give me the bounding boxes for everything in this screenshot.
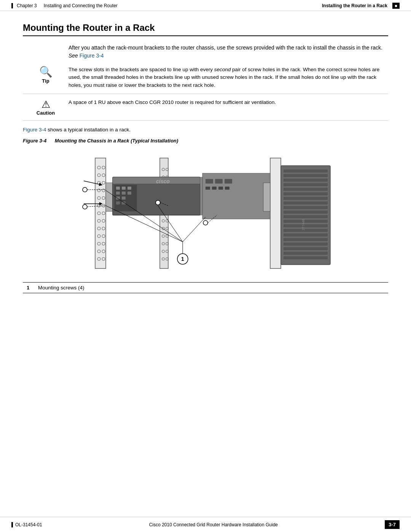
intro-text: After you attach the rack-mount brackets…: [68, 44, 388, 60]
svg-rect-67: [200, 177, 202, 215]
legend-row-1: 1 Mounting screws (4): [23, 282, 388, 293]
svg-rect-91: [206, 179, 213, 184]
svg-rect-86: [284, 243, 328, 246]
chapter-title: Installing and Connecting the Router: [44, 3, 118, 8]
caution-icon-col: ⚠ Caution: [23, 99, 68, 116]
tip-label: Tip: [42, 78, 49, 84]
tip-icon-col: 🔍 Tip: [23, 66, 68, 84]
svg-text:cisco: cisco: [156, 178, 170, 184]
svg-rect-65: [122, 201, 126, 204]
caution-label: Caution: [37, 110, 55, 116]
svg-rect-61: [127, 192, 131, 195]
svg-point-101: [83, 204, 87, 209]
legend-number-1: 1: [23, 282, 34, 293]
svg-rect-62: [116, 197, 120, 200]
svg-rect-83: [284, 229, 328, 232]
svg-point-105: [203, 220, 208, 225]
figure-number: Figure 3-4: [23, 138, 46, 144]
header-right: Installing the Router in a Rack ■: [322, 3, 400, 8]
figure-link-intro[interactable]: Figure 3-4: [80, 53, 104, 59]
main-content: Mounting the Router in a Rack After you …: [0, 11, 411, 316]
svg-rect-85: [284, 238, 328, 241]
figure-ref-text: Figure 3-4 shows a typical installation …: [23, 127, 388, 133]
svg-rect-95: [212, 187, 217, 190]
figure-link-ref[interactable]: Figure 3-4: [23, 127, 46, 133]
caution-icon: ⚠: [41, 99, 50, 109]
footer-page-number: 3-7: [385, 520, 400, 529]
svg-rect-56: [116, 187, 120, 190]
svg-rect-73: [284, 183, 328, 186]
svg-text:277448: 277448: [301, 219, 305, 230]
svg-rect-96: [218, 187, 223, 190]
page-title: Mounting the Router in a Rack: [23, 22, 388, 36]
diagram-area: cisco: [72, 147, 339, 276]
svg-rect-64: [116, 201, 120, 204]
svg-rect-59: [116, 192, 120, 195]
tip-text: The screw slots in the brackets are spac…: [68, 66, 388, 89]
svg-rect-79: [284, 211, 328, 214]
svg-rect-68: [270, 158, 281, 268]
svg-rect-82: [284, 224, 328, 227]
svg-rect-63: [122, 197, 126, 200]
svg-rect-77: [284, 201, 328, 204]
rack-diagram-svg: cisco: [72, 147, 339, 276]
svg-rect-88: [284, 252, 328, 255]
svg-rect-92: [215, 179, 223, 184]
svg-rect-71: [284, 174, 328, 177]
figure-caption: Figure 3-4 Mounting the Chassis in a Rac…: [23, 138, 388, 144]
legend-empty-1: [167, 282, 278, 293]
tip-icon: 🔍: [39, 67, 53, 77]
header-left-bar: [11, 3, 13, 8]
legend-empty-2: [278, 282, 388, 293]
svg-rect-75: [284, 192, 328, 195]
legend-description-1: Mounting screws (4): [34, 282, 167, 293]
svg-rect-80: [284, 215, 328, 218]
svg-rect-97: [225, 187, 229, 190]
svg-text:1: 1: [181, 256, 184, 262]
svg-rect-89: [284, 256, 328, 259]
footer-doc-id: OL-31454-01: [15, 522, 42, 527]
header-left: Chapter 3 Installing and Connecting the …: [11, 3, 118, 8]
figure-caption-text: Mounting the Chassis in a Rack (Typical …: [55, 138, 178, 144]
caution-text: A space of 1 RU above each Cisco CGR 201…: [68, 99, 388, 106]
svg-rect-74: [284, 188, 328, 191]
caution-box: ⚠ Caution A space of 1 RU above each Cis…: [23, 99, 388, 121]
footer-left-bar: [11, 522, 13, 527]
svg-rect-84: [284, 233, 328, 236]
figure-container: cisco: [23, 147, 388, 276]
svg-rect-57: [122, 187, 126, 190]
page-header: Chapter 3 Installing and Connecting the …: [0, 0, 411, 11]
svg-rect-78: [284, 206, 328, 209]
header-right-label: Installing the Router in a Rack: [322, 3, 387, 8]
svg-rect-94: [206, 187, 210, 190]
svg-point-103: [156, 200, 160, 205]
legend-table: 1 Mounting screws (4): [23, 282, 388, 293]
tip-box: 🔍 Tip The screw slots in the brackets ar…: [23, 66, 388, 94]
svg-rect-76: [284, 197, 328, 200]
header-right-bar: ■: [392, 3, 400, 9]
svg-rect-60: [122, 192, 126, 195]
svg-rect-81: [284, 220, 328, 223]
page-footer: OL-31454-01 Cisco 2010 Connected Grid Ro…: [0, 517, 411, 532]
footer-left: OL-31454-01: [11, 522, 42, 527]
svg-rect-93: [225, 179, 232, 184]
svg-point-99: [83, 187, 87, 192]
svg-line-112: [183, 217, 206, 242]
svg-rect-72: [284, 179, 328, 182]
svg-rect-58: [127, 187, 131, 190]
footer-center: Cisco 2010 Connected Grid Router Hardwar…: [149, 522, 278, 527]
svg-rect-87: [284, 247, 328, 250]
chapter-label: Chapter 3: [17, 3, 37, 8]
svg-rect-98: [263, 183, 270, 211]
svg-rect-70: [284, 169, 328, 173]
